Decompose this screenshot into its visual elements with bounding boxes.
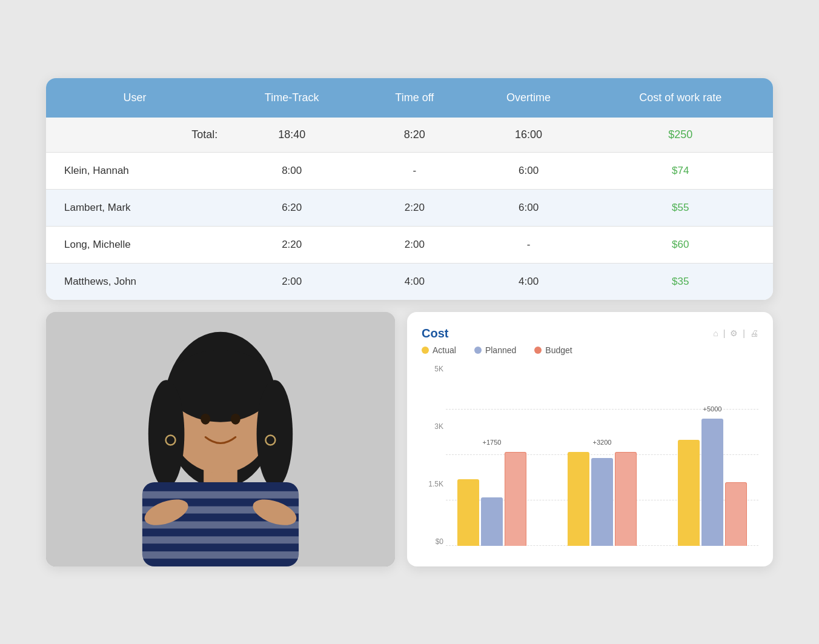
legend-planned: Planned	[474, 345, 516, 355]
bar-group-2: +3200	[568, 452, 637, 546]
chart-icon-group: ⌂ | ⚙ | 🖨	[713, 328, 758, 338]
chart-legend: Actual Planned Budget	[422, 345, 758, 355]
y-label-3k: 3K	[422, 422, 443, 431]
y-axis: 5K 3K 1.5K $0	[422, 365, 443, 546]
bar-budget-2	[615, 452, 637, 546]
bar-group-1: +1750	[457, 452, 526, 546]
total-overtime: 16:00	[469, 118, 588, 153]
time-track-val: 2:20	[224, 226, 360, 263]
time-track-val: 2:00	[224, 263, 360, 300]
bar-actual-2	[568, 452, 589, 546]
bar-planned-2	[591, 458, 613, 546]
total-cost: $250	[588, 118, 773, 153]
total-label: Total:	[46, 118, 224, 153]
print-icon[interactable]: 🖨	[750, 328, 758, 338]
time-off-val: 2:00	[360, 226, 469, 263]
photo-card	[46, 312, 395, 566]
total-row: Total: 18:40 8:20 16:00 $250	[46, 118, 773, 153]
table-row: Long, Michelle 2:20 2:00 - $60	[46, 226, 773, 263]
actual-label: Actual	[433, 345, 456, 355]
bar-planned-1	[481, 497, 503, 546]
user-name: Matthews, John	[46, 263, 224, 300]
time-off-val: 2:20	[360, 189, 469, 226]
main-container: User Time-Track Time off Overtime Cost o…	[46, 78, 773, 566]
bars-wrapper-2	[568, 452, 637, 546]
svg-rect-10	[142, 491, 299, 498]
bottom-section: Cost ⌂ | ⚙ | 🖨 Actual Planned	[46, 312, 773, 566]
chart-inner: +1750 +3200	[446, 365, 758, 546]
svg-rect-13	[142, 536, 299, 543]
cost-val: $60	[588, 226, 773, 263]
y-label-5k: 5K	[422, 365, 443, 373]
cost-val: $74	[588, 152, 773, 189]
bar-planned-3	[701, 419, 723, 546]
svg-point-4	[168, 350, 274, 422]
budget-dot	[534, 347, 542, 354]
bar-label-2: +3200	[593, 439, 612, 446]
col-timetrack: Time-Track	[224, 78, 360, 118]
divider: |	[743, 328, 745, 338]
col-timeoff: Time off	[360, 78, 469, 118]
bars-wrapper-3	[678, 419, 747, 546]
overtime-val: -	[469, 226, 588, 263]
table-row: Matthews, John 2:00 4:00 4:00 $35	[46, 263, 773, 300]
chart-card: Cost ⌂ | ⚙ | 🖨 Actual Planned	[407, 312, 773, 566]
data-table: User Time-Track Time off Overtime Cost o…	[46, 78, 773, 300]
table-header-row: User Time-Track Time off Overtime Cost o…	[46, 78, 773, 118]
bar-label-3: +5000	[703, 405, 722, 413]
time-off-val: -	[360, 152, 469, 189]
bar-budget-1	[505, 452, 526, 546]
svg-rect-14	[142, 551, 299, 559]
divider: |	[723, 328, 726, 338]
svg-point-7	[201, 413, 210, 424]
actual-dot	[422, 347, 429, 354]
col-overtime: Overtime	[469, 78, 588, 118]
budget-label: Budget	[545, 345, 572, 355]
y-label-15k: 1.5K	[422, 480, 443, 488]
overtime-val: 4:00	[469, 263, 588, 300]
chart-title: Cost	[422, 327, 448, 340]
total-timeoff: 8:20	[360, 118, 469, 153]
time-track-val: 8:00	[224, 152, 360, 189]
col-cost: Cost of work rate	[588, 78, 773, 118]
person-photo	[46, 312, 395, 566]
user-name: Long, Michelle	[46, 226, 224, 263]
table-row: Lambert, Mark 6:20 2:20 6:00 $55	[46, 189, 773, 226]
legend-budget: Budget	[534, 345, 572, 355]
overtime-val: 6:00	[469, 189, 588, 226]
cost-val: $55	[588, 189, 773, 226]
legend-actual: Actual	[422, 345, 456, 355]
chart-area: 5K 3K 1.5K $0 +1750	[422, 365, 758, 552]
total-timetrack: 18:40	[224, 118, 360, 153]
bar-actual-1	[457, 479, 479, 546]
time-track-val: 6:20	[224, 189, 360, 226]
bar-budget-3	[725, 482, 747, 546]
bars-wrapper-1	[457, 452, 526, 546]
user-name: Lambert, Mark	[46, 189, 224, 226]
svg-point-8	[231, 413, 240, 424]
table-card: User Time-Track Time off Overtime Cost o…	[46, 78, 773, 300]
planned-dot	[474, 347, 482, 354]
table-row: Klein, Hannah 8:00 - 6:00 $74	[46, 152, 773, 189]
bar-group-3: +5000	[678, 419, 747, 546]
svg-point-6	[257, 380, 293, 488]
chart-header: Cost ⌂ | ⚙ | 🖨	[422, 327, 758, 340]
planned-label: Planned	[485, 345, 516, 355]
svg-point-5	[148, 380, 185, 488]
bar-label-1: +1750	[483, 439, 502, 446]
time-off-val: 4:00	[360, 263, 469, 300]
settings-icon[interactable]: ⚙	[730, 328, 738, 338]
col-user: User	[46, 78, 224, 118]
y-label-0: $0	[422, 537, 443, 546]
user-name: Klein, Hannah	[46, 152, 224, 189]
cost-val: $35	[588, 263, 773, 300]
home-icon[interactable]: ⌂	[713, 328, 718, 338]
bar-actual-3	[678, 440, 700, 546]
overtime-val: 6:00	[469, 152, 588, 189]
